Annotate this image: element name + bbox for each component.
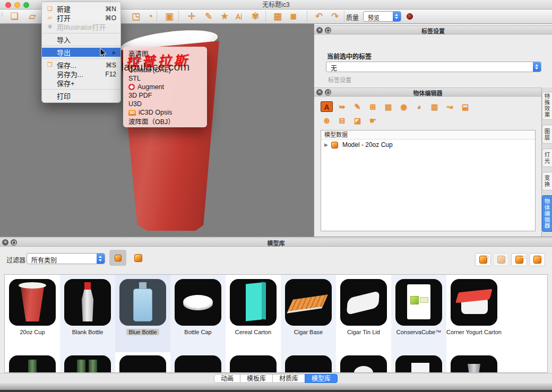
filter-select[interactable]: 所有类别 [27, 253, 105, 264]
blank-bottle-thumbnail[interactable] [64, 279, 111, 326]
menu-item-导入[interactable]: 导入 [42, 35, 120, 44]
view-models-alt-toggle[interactable] [130, 250, 146, 266]
camera-snapshot-icon[interactable]: ◙ [287, 11, 300, 22]
import-model-button[interactable]: ⇥ [511, 253, 527, 266]
menu-item-打印[interactable]: 打印 [42, 91, 120, 100]
sphere-icon[interactable]: ◕ [413, 101, 425, 112]
yellow-item-thumbnail[interactable] [285, 355, 332, 373]
cigar-base-thumbnail[interactable] [285, 279, 332, 326]
visibility-box-icon[interactable]: ◪ [351, 115, 364, 126]
paw-import-icon[interactable]: ✾ [248, 11, 262, 22]
tag-capsule-icon[interactable]: ➥ [336, 101, 348, 112]
side-tab-变换[interactable]: 变换 [542, 172, 552, 190]
library-item-row2[interactable] [5, 352, 60, 373]
library-item-row2[interactable] [391, 352, 446, 373]
disclosure-triangle-icon[interactable]: ▶ [324, 142, 328, 147]
menu-item-用Illustrator打开[interactable]: ✾用Illustrator打开 [42, 22, 120, 31]
library-item-Blue Bottle[interactable]: Blue Bottle [115, 275, 170, 352]
submenu-item-U3D[interactable]: U3D [123, 100, 207, 108]
toolbar-drag-handle[interactable]: ⁞⁞ [1, 12, 2, 18]
library-item-Corner Yogurt Carton[interactable]: Corner Yogurt Carton [446, 275, 502, 352]
white-box-thumbnail[interactable] [395, 355, 442, 373]
red-cup-thumbnail[interactable] [9, 279, 56, 326]
open-folder-icon[interactable]: ▱ [25, 11, 39, 22]
folder-remove-icon[interactable]: ⊟ [336, 115, 348, 126]
side-tab-图层[interactable]: 图层 [542, 125, 552, 144]
submenu-item-波阵面（OBJ）[interactable]: 波阵面（OBJ） [123, 117, 207, 125]
stepper-icon[interactable] [97, 254, 105, 264]
menu-item-另存为...[interactable]: 另存为...F12 [42, 69, 120, 79]
delete-icon[interactable]: ⬓ [459, 101, 471, 112]
library-item-row2[interactable] [60, 352, 115, 373]
record-icon[interactable] [407, 13, 413, 20]
library-item-ConservaCube™[interactable]: ConservaCube™ [391, 275, 446, 352]
library-item-Cigar Base[interactable]: Cigar Base [281, 275, 336, 352]
cereal-carton-thumbnail[interactable] [230, 279, 277, 326]
side-tab-灯光[interactable]: 灯光 [542, 149, 552, 167]
menu-item-新建[interactable]: ❏新建⌘N [42, 4, 120, 13]
annotate-pen-icon[interactable]: ✎ [202, 11, 215, 22]
library-item-row2[interactable] [336, 352, 391, 373]
layers-icon[interactable]: ▤ [382, 101, 394, 112]
green-bottles-pair-thumbnail[interactable] [64, 355, 111, 373]
bottom-tab-材质库[interactable]: 材质库 [272, 374, 305, 383]
crop-frame-icon[interactable]: ◳ [129, 11, 143, 22]
submenu-item-STL[interactable]: STL [123, 74, 207, 83]
side-tab-物体编辑器[interactable]: 物体编辑器 [542, 195, 552, 232]
dark-thumbnail[interactable] [119, 355, 166, 373]
library-item-20oz Cup[interactable]: 20oz Cup [5, 275, 60, 352]
menu-item-打开[interactable]: ▱打开⌘O [42, 13, 120, 22]
tag-add-icon[interactable]: ✛ [185, 11, 199, 22]
library-item-row2[interactable] [281, 352, 336, 373]
folder-add-icon[interactable]: ⊕ [321, 115, 333, 126]
image-export-icon[interactable]: ▦ [271, 11, 284, 22]
library-item-Cigar Tin Lid[interactable]: Cigar Tin Lid [336, 275, 391, 352]
library-item-row2[interactable] [226, 352, 281, 373]
selection-frame-icon[interactable]: ▣ [162, 11, 176, 22]
bottom-tab-模板库[interactable]: 模板库 [240, 374, 273, 383]
corner-yogurt-thumbnail[interactable] [451, 279, 497, 326]
side-tab-特殊效果[interactable]: 特殊效果 [542, 92, 552, 120]
uv-map-icon[interactable]: ▥ [428, 101, 441, 112]
tan-item-thumbnail[interactable] [230, 355, 277, 373]
library-item-row2[interactable] [446, 352, 502, 373]
twin-spheres-icon[interactable]: ◉ [398, 101, 410, 112]
bottom-tab-模型库[interactable]: 模型库 [305, 374, 338, 383]
submenu-item-Augment[interactable]: Augment [123, 83, 207, 91]
cream-jar-thumbnail[interactable] [340, 355, 387, 373]
stepper-icon[interactable] [393, 12, 401, 21]
new-document-icon[interactable]: ❏ [7, 11, 21, 22]
bottom-tab-动画[interactable]: 动画 [214, 374, 240, 383]
add-model-button[interactable]: + [475, 253, 491, 266]
undo-icon[interactable]: ↶ [312, 11, 326, 22]
text-label-icon[interactable]: A [321, 101, 333, 112]
curve-icon[interactable]: ↝ [444, 101, 456, 112]
export-model-button[interactable]: → [493, 253, 509, 266]
menu-item-保存+[interactable]: 保存+ [42, 79, 120, 88]
library-item-Bottle Cap[interactable]: Bottle Cap [170, 275, 226, 352]
library-item-Blank Bottle[interactable]: Blank Bottle [60, 275, 115, 352]
stepper-icon[interactable] [533, 62, 541, 72]
star-icon[interactable]: ★ [218, 11, 231, 22]
pointer-add-icon[interactable]: ☛ [367, 115, 379, 126]
current-label-select[interactable]: 无 [326, 62, 541, 72]
model-tree-item[interactable]: ▶ Model - 20oz Cup [321, 140, 535, 150]
bottle-cap-thumbnail[interactable] [175, 279, 221, 326]
submenu-item-3D PDF[interactable]: 3D PDF [123, 91, 207, 100]
library-item-row2[interactable] [115, 352, 170, 373]
cigar-tin-lid-thumbnail[interactable] [340, 279, 387, 326]
conserva-cube-thumbnail[interactable] [395, 279, 442, 326]
sphere-view-icon[interactable]: ◔ [143, 11, 157, 22]
quality-select[interactable]: 预览 [363, 11, 401, 22]
green-bottle-thumbnail[interactable] [9, 355, 56, 373]
remove-model-button[interactable]: − [529, 253, 545, 266]
add-box-icon[interactable]: ⊞ [367, 101, 379, 112]
redo-icon[interactable]: ↷ [328, 11, 342, 22]
menu-item-导出[interactable]: 导出▶ [42, 48, 120, 57]
library-item-Cereal Carton[interactable]: Cereal Carton [226, 275, 281, 352]
library-item-row2[interactable] [170, 352, 226, 373]
dark-thumbnail[interactable] [175, 355, 221, 373]
blue-bottle-thumbnail[interactable] [119, 279, 166, 326]
menu-item-保存...[interactable]: ❒保存...⌘S [42, 60, 120, 69]
edit-pen-icon[interactable]: ✎ [351, 101, 364, 112]
